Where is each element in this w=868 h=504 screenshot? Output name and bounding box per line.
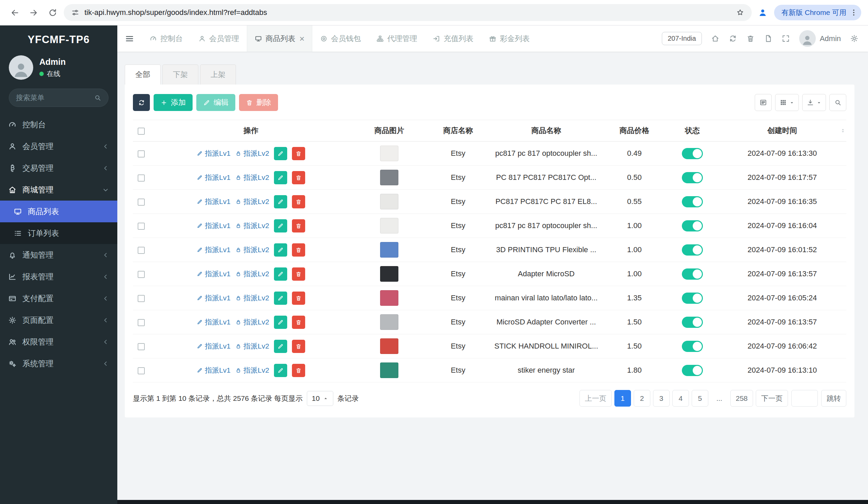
status-toggle[interactable]	[682, 341, 703, 352]
home-icon[interactable]	[711, 34, 720, 43]
back-button[interactable]	[7, 5, 22, 20]
settings-gear-icon[interactable]	[850, 34, 858, 43]
topnav-user[interactable]: Admin	[799, 30, 841, 47]
status-toggle[interactable]	[682, 317, 703, 328]
refresh-button[interactable]	[133, 94, 150, 111]
page-number-button[interactable]: 5	[692, 390, 708, 406]
sidebar-item[interactable]: 系统管理	[0, 353, 117, 374]
sidebar-item[interactable]: 通知管理	[0, 244, 117, 266]
assign-lv2-link[interactable]: 指派Lv2	[235, 269, 269, 279]
row-edit-button[interactable]	[274, 243, 287, 256]
column-header[interactable]: 商品名称	[490, 120, 602, 142]
assign-lv1-link[interactable]: 指派Lv1	[197, 245, 230, 254]
status-toggle[interactable]	[682, 172, 703, 183]
page-number-button[interactable]: 4	[672, 390, 689, 406]
filter-tab[interactable]: 上架	[200, 64, 236, 84]
sidebar-toggle-button[interactable]	[117, 26, 142, 52]
status-toggle[interactable]	[682, 196, 703, 208]
chrome-update-chip[interactable]: 有新版 Chrome 可用	[774, 5, 861, 20]
page-number-button[interactable]: 2	[634, 390, 650, 406]
assign-lv1-link[interactable]: 指派Lv1	[197, 365, 230, 375]
assign-lv2-link[interactable]: 指派Lv2	[235, 293, 269, 303]
assign-lv2-link[interactable]: 指派Lv2	[235, 173, 269, 182]
page-number-button[interactable]: 3	[653, 390, 670, 406]
delete-button[interactable]: 删除	[239, 94, 278, 111]
status-toggle[interactable]	[682, 269, 703, 280]
sidebar-item[interactable]: 页面配置	[0, 309, 117, 331]
status-toggle[interactable]	[682, 365, 703, 376]
assign-lv2-link[interactable]: 指派Lv2	[235, 197, 269, 206]
row-checkbox[interactable]	[138, 271, 145, 278]
filter-tab[interactable]: 全部	[125, 64, 161, 84]
row-checkbox[interactable]	[138, 199, 145, 206]
reload-button[interactable]	[45, 5, 60, 20]
row-delete-button[interactable]	[292, 364, 305, 377]
bookmark-star-icon[interactable]	[736, 9, 744, 17]
column-header[interactable]: 商品价格	[602, 120, 666, 142]
assign-lv1-link[interactable]: 指派Lv1	[197, 197, 230, 206]
fullscreen-icon[interactable]	[782, 34, 790, 43]
nav-tab[interactable]: 会员钱包	[312, 26, 369, 52]
status-toggle[interactable]	[682, 148, 703, 159]
column-header[interactable]: 状态	[666, 120, 718, 142]
column-header[interactable]: 创建时间	[718, 120, 846, 142]
column-header[interactable]: 商店名称	[426, 120, 490, 142]
row-delete-button[interactable]	[292, 243, 305, 256]
assign-lv1-link[interactable]: 指派Lv1	[197, 317, 230, 327]
address-bar[interactable]: tik-api.hwym.shop/super/goods/index.html…	[64, 4, 752, 21]
assign-lv2-link[interactable]: 指派Lv2	[235, 317, 269, 327]
edit-button[interactable]: 编辑	[196, 94, 235, 111]
row-edit-button[interactable]	[274, 171, 287, 184]
row-edit-button[interactable]	[274, 340, 287, 353]
trash-icon[interactable]	[746, 34, 755, 43]
kebab-menu-icon[interactable]	[850, 9, 858, 17]
sidebar-item[interactable]: 商城管理	[0, 179, 117, 201]
filter-tab[interactable]: 下架	[163, 64, 198, 84]
sidebar-item[interactable]: 交易管理	[0, 157, 117, 179]
row-edit-button[interactable]	[274, 219, 287, 232]
nav-tab[interactable]: 商品列表×	[247, 26, 312, 52]
detail-view-button[interactable]	[755, 94, 772, 111]
row-delete-button[interactable]	[292, 171, 305, 184]
select-all-checkbox[interactable]	[138, 128, 145, 135]
url-text[interactable]: tik-api.hwym.shop/super/goods/index.html…	[84, 8, 731, 17]
assign-lv2-link[interactable]: 指派Lv2	[235, 221, 269, 230]
prev-page-button[interactable]: 上一页	[579, 390, 612, 406]
region-badge[interactable]: 207-India	[662, 32, 702, 45]
next-page-button[interactable]: 下一页	[756, 390, 788, 406]
sidebar-item[interactable]: 报表管理	[0, 266, 117, 288]
sidebar-item[interactable]: 支付配置	[0, 288, 117, 309]
site-info-icon[interactable]	[71, 9, 79, 17]
row-checkbox[interactable]	[138, 343, 145, 350]
status-toggle[interactable]	[682, 244, 703, 255]
assign-lv2-link[interactable]: 指派Lv2	[235, 245, 269, 254]
nav-tab[interactable]: 会员管理	[190, 26, 247, 52]
jump-page-input[interactable]	[792, 390, 818, 406]
assign-lv1-link[interactable]: 指派Lv1	[197, 269, 230, 279]
row-edit-button[interactable]	[274, 195, 287, 208]
jump-button[interactable]: 跳转	[821, 390, 846, 406]
row-delete-button[interactable]	[292, 316, 305, 329]
page-size-select[interactable]: 10	[307, 391, 333, 406]
add-button[interactable]: 添加	[154, 94, 193, 111]
document-icon[interactable]	[764, 34, 772, 43]
row-checkbox[interactable]	[138, 367, 145, 374]
sidebar-item[interactable]: 会员管理	[0, 135, 117, 157]
row-edit-button[interactable]	[274, 268, 287, 281]
sidebar-item[interactable]: 权限管理	[0, 331, 117, 353]
column-header[interactable]: 商品图片	[353, 120, 426, 142]
menu-search[interactable]	[9, 89, 108, 107]
nav-tab[interactable]: 代理管理	[369, 26, 425, 52]
row-delete-button[interactable]	[292, 292, 305, 305]
sidebar-subitem[interactable]: 商品列表	[0, 201, 117, 222]
row-checkbox[interactable]	[138, 174, 145, 182]
row-checkbox[interactable]	[138, 247, 145, 254]
row-edit-button[interactable]	[274, 316, 287, 329]
row-checkbox[interactable]	[138, 319, 145, 326]
assign-lv2-link[interactable]: 指派Lv2	[235, 341, 269, 351]
status-toggle[interactable]	[682, 293, 703, 304]
assign-lv1-link[interactable]: 指派Lv1	[197, 173, 230, 182]
columns-dropdown-button[interactable]	[775, 94, 799, 111]
assign-lv1-link[interactable]: 指派Lv1	[197, 341, 230, 351]
column-header[interactable]: 操作	[149, 120, 353, 142]
